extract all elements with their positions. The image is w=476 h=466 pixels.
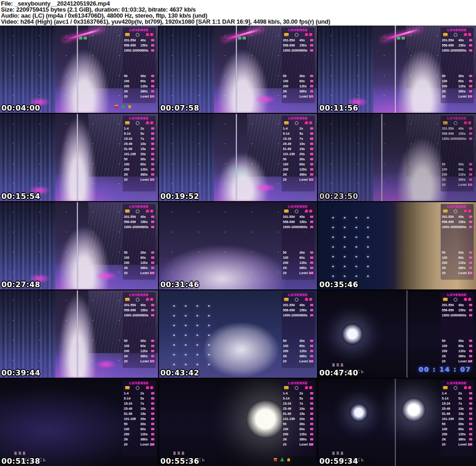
- pattern-icon: [310, 407, 313, 410]
- string-lights: [327, 213, 378, 277]
- tip-menu-row: 5030s: [442, 162, 472, 167]
- pattern-icon: [469, 418, 472, 420]
- timestamp-overlay: 00:27:48: [1, 281, 40, 289]
- battery-icon: [243, 37, 246, 39]
- clock-icon: [295, 298, 298, 302]
- tip-menu-row: 10060s: [442, 255, 472, 260]
- pattern-icon: [151, 251, 154, 254]
- tip-menu-row: 556-999150s: [124, 219, 154, 224]
- pattern-icon: [151, 143, 154, 145]
- tip-menu-row: 5030s: [124, 73, 154, 79]
- video-thumbnail: LOVENSE 201-55440s556-999150s1000-100006…: [318, 290, 476, 378]
- tip-menu-icons: [284, 298, 312, 302]
- coin-icon: [125, 386, 130, 389]
- tip-menu-row: 20Level 1-5: [442, 359, 472, 364]
- video-thumbnail: LOVENSE 201-55440s556-999150s1000-100006…: [318, 26, 476, 113]
- tip-menu-row: 556-999150s: [124, 43, 154, 48]
- video-thumbnail: LOVENSE 201-55440s556-999150s1000-100006…: [159, 290, 317, 378]
- pattern-icon: [151, 443, 154, 446]
- tip-menu-row: 556-999150s: [442, 43, 472, 48]
- pattern-icon: [310, 148, 313, 150]
- timestamp-overlay: 00:43:42: [160, 369, 199, 377]
- tip-menu-row: 1000-10000600s: [442, 224, 472, 230]
- pattern-icon: [469, 95, 472, 98]
- tip-menu-overlay: LOVENSE 1-42s5-145s15-247s25-4910s51-991…: [123, 381, 156, 457]
- tip-menu-rows: 1-42s5-145s15-247s25-4910s51-9915s101-19…: [124, 126, 154, 182]
- toy-icons: [146, 298, 153, 301]
- pattern-icon: [469, 397, 472, 400]
- tip-menu-row: 20Level 1-5: [124, 177, 154, 182]
- light-blob: [218, 153, 268, 201]
- tip-menu-row: 10060s: [124, 162, 154, 167]
- tip-menu-row: 10060s: [283, 255, 313, 260]
- pattern-icon: [151, 433, 154, 435]
- tip-menu-row: 20Level 1-5: [283, 359, 313, 364]
- tip-menu-row: 5-145s: [442, 396, 472, 401]
- tip-menu-overlay: LOVENSE 201-55440s556-999150s1000-100006…: [441, 116, 474, 192]
- tip-menu-icons: [284, 33, 312, 37]
- pattern-icon: [469, 173, 472, 176]
- clock-icon: [136, 33, 139, 37]
- pattern-icon: [469, 184, 472, 186]
- tip-menu-row: 101-19920s: [283, 416, 313, 421]
- gift-icon: [115, 105, 118, 108]
- pattern-icon: [151, 262, 154, 264]
- coin-icon: [443, 210, 448, 213]
- tip-menu-row: 51-9915s: [283, 411, 313, 416]
- tip-menu-row: 5030s: [283, 157, 313, 162]
- pattern-icon: [151, 402, 154, 405]
- tip-menu-row: 201-55440s: [283, 302, 313, 308]
- lovense-brand-label: LOVENSE: [283, 205, 313, 208]
- tip-menu-row: 20Level 1-5: [124, 359, 154, 364]
- lovense-brand-label: LOVENSE: [442, 293, 472, 296]
- pattern-icon: [310, 221, 313, 223]
- tip-menu-rows: 201-55440s556-999150s1000-10000600s5030s…: [442, 126, 472, 187]
- toy-icons: [305, 210, 312, 213]
- pattern-icon: [469, 443, 472, 446]
- tip-menu-row: 1-42s: [283, 391, 313, 396]
- tip-menu-rows: 201-55440s556-999150s1000-10000600s5030s…: [124, 214, 154, 276]
- pattern-icon: [310, 127, 313, 130]
- tip-menu-row: 200120s: [442, 432, 472, 437]
- pattern-icon: [151, 413, 154, 415]
- pattern-icon: [151, 49, 154, 52]
- pattern-icon: [310, 350, 313, 352]
- tip-menu-row: 20Level 1-5: [124, 270, 154, 276]
- tip-menu-row: 200120s: [124, 260, 154, 265]
- pattern-icon: [151, 360, 154, 362]
- tip-menu-row: 5030s: [283, 73, 313, 79]
- tip-menu-row: 25-4910s: [124, 406, 154, 411]
- pattern-icon: [151, 226, 154, 228]
- tip-menu-row: 1-42s: [283, 126, 313, 131]
- lovense-brand-label: LOVENSE: [283, 117, 313, 120]
- tip-menu-row: 2K360s: [442, 437, 472, 442]
- pattern-icon: [310, 49, 313, 52]
- toy-icons: [305, 33, 312, 36]
- pattern-icon: [469, 90, 472, 92]
- dance-pole: [77, 290, 78, 378]
- tip-menu-row: 20Level 1-5: [283, 177, 313, 182]
- dance-pole: [381, 114, 383, 201]
- tip-menu-row: 556-999150s: [283, 308, 313, 313]
- tip-menu-rows: 201-55440s556-999150s1000-10000600s5030s…: [442, 214, 472, 276]
- video-info-line: Video: h264 (High) (avc1 / 0x31637661), …: [1, 19, 476, 25]
- coin-icon: [443, 298, 448, 301]
- dance-pole: [77, 26, 78, 113]
- tip-menu-row: 10060s: [283, 162, 313, 167]
- tip-menu-row: 556-999150s: [442, 308, 472, 313]
- pattern-icon: [151, 163, 154, 165]
- tip-menu-row: 556-999150s: [283, 219, 313, 224]
- tip-menu-row: 10060s: [124, 427, 154, 432]
- tip-menu-row: 1-42s: [124, 391, 154, 396]
- timestamp-overlay: 00:51:38: [1, 458, 40, 465]
- tip-menu-row: 5030s: [124, 157, 154, 162]
- tip-menu-icons: [125, 121, 153, 125]
- tip-menu-row: 20Level 1-5: [283, 94, 313, 99]
- pattern-icon: [310, 256, 313, 259]
- tip-menu-row: 2K360s: [124, 265, 154, 270]
- timestamp-overlay: 00:59:34: [319, 458, 358, 465]
- tip-menu-row: 51-9915s: [124, 411, 154, 416]
- tip-menu-row: 2K360s: [442, 354, 472, 359]
- tip-menu-row: 201-55440s: [442, 214, 472, 219]
- toy-icons: [146, 210, 153, 213]
